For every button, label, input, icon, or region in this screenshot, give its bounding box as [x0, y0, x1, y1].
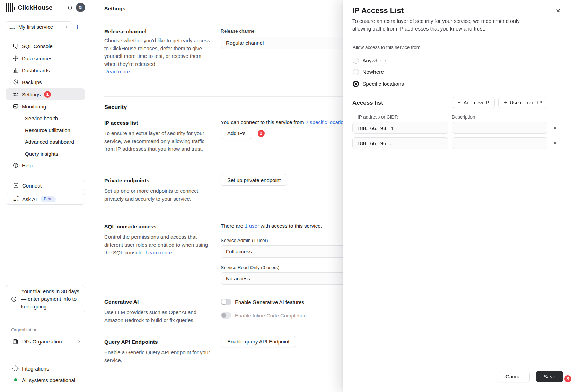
- remove-ip-icon[interactable]: ×: [552, 125, 558, 131]
- sidebar-item-help[interactable]: Help: [6, 159, 85, 171]
- sidebar-item-service-health[interactable]: Service health: [6, 112, 85, 124]
- ip-access-list-heading: IP access list: [104, 120, 138, 126]
- radio-nowhere-icon[interactable]: [353, 69, 359, 75]
- release-channel-select[interactable]: Regular channel: [221, 37, 356, 49]
- clickhouse-logo-icon: [6, 3, 15, 12]
- trial-notice: Your trial ends in 30 days — enter payme…: [6, 285, 85, 313]
- query-api-description: Enable a Generic Query API endpoint for …: [104, 349, 212, 364]
- sidebar-divider: [0, 356, 90, 356]
- sidebar-item-query-insights[interactable]: Query insights: [6, 148, 85, 159]
- remove-ip-icon[interactable]: ×: [552, 140, 558, 146]
- building-icon: [12, 338, 19, 345]
- add-ips-button[interactable]: Add IPs: [221, 128, 252, 139]
- radio-anywhere-label: Anywhere: [362, 58, 386, 64]
- sidebar-item-backups[interactable]: Backups: [6, 76, 85, 88]
- sidebar-item-label: Data sources: [22, 55, 52, 61]
- description-column-header: Description: [452, 114, 475, 120]
- chevron-updown-icon: [63, 25, 68, 29]
- close-icon[interactable]: ×: [556, 7, 560, 14]
- sparkles-icon: ✦ ✦ ✦: [13, 196, 19, 202]
- trial-notice-text: Your trial ends in 30 days — enter payme…: [21, 288, 80, 311]
- ip-access-list-panel: IP Access List × To ensure an extra laye…: [343, 0, 572, 392]
- sql-console-icon: [12, 43, 19, 49]
- sql-console-access-status: There are 1 user with access to this ser…: [221, 223, 322, 229]
- integrations-link[interactable]: Integrations: [6, 363, 85, 374]
- system-status-label: All systems operational: [22, 377, 75, 383]
- one-user-link[interactable]: 1 user: [245, 223, 259, 229]
- sidebar-item-sql-console[interactable]: SQL Console: [6, 40, 85, 52]
- service-readonly-label: Service Read Only (0 users): [221, 265, 280, 270]
- user-avatar[interactable]: DI: [76, 3, 85, 12]
- add-service-button[interactable]: +: [72, 22, 82, 32]
- radio-anywhere[interactable]: Anywhere: [353, 58, 386, 64]
- save-button[interactable]: Save: [536, 371, 563, 382]
- ip-access-status-text: You can connect to this service from: [221, 119, 304, 125]
- learn-more-link[interactable]: Learn more: [146, 250, 172, 255]
- sidebar-item-label: Advanced dashboard: [25, 139, 74, 145]
- release-channel-select-value: Regular channel: [226, 40, 264, 46]
- access-list-buttons: + Add new IP + Use current IP: [452, 97, 547, 108]
- sidebar-item-advanced-dashboard[interactable]: Advanced dashboard: [6, 136, 85, 148]
- specific-locations-link[interactable]: 2 specific locations: [306, 119, 349, 125]
- radio-specific-locations[interactable]: Specific locations: [353, 81, 404, 87]
- release-channel-description-text: Choose whether you’d like to get early a…: [104, 37, 210, 67]
- backups-history-icon: [12, 79, 19, 85]
- add-new-ip-button[interactable]: + Add new IP: [452, 97, 495, 108]
- service-selector-row: aws My first service +: [6, 21, 85, 32]
- generative-ai-toggle-label: Enable Generative AI features: [235, 299, 304, 305]
- security-heading: Security: [104, 104, 127, 111]
- cancel-button[interactable]: Cancel: [498, 371, 530, 382]
- monitoring-icon: [12, 103, 19, 110]
- sidebar-header: ClickHouse DI: [0, 0, 90, 15]
- sidebar-item-data-sources[interactable]: Data sources: [6, 52, 85, 64]
- access-list-heading: Access list: [352, 99, 383, 106]
- system-status-row[interactable]: All systems operational: [6, 374, 85, 386]
- service-readonly-select[interactable]: No access: [221, 272, 356, 285]
- sidebar-item-label: Monitoring: [22, 104, 46, 110]
- chevron-right-icon: ›: [78, 338, 80, 345]
- ip-address-input[interactable]: [352, 137, 448, 149]
- sidebar-item-settings[interactable]: Settings 1: [6, 88, 85, 100]
- radio-anywhere-icon[interactable]: [353, 58, 359, 64]
- status-green-dot-icon: [14, 378, 17, 381]
- organization-row[interactable]: DI's Organization ›: [6, 336, 85, 347]
- ip-address-input[interactable]: [352, 122, 448, 134]
- private-endpoints-description: Set up one or more endpoints to connect …: [104, 187, 212, 203]
- service-admin-label: Service Admin (1 user): [221, 238, 268, 243]
- sidebar-item-label: Service health: [25, 115, 58, 121]
- query-api-heading: Query API Endpoints: [104, 339, 158, 345]
- read-more-link[interactable]: Read more: [104, 69, 130, 75]
- sidebar-item-monitoring[interactable]: Monitoring: [6, 101, 85, 112]
- notifications-bell-icon[interactable]: [67, 5, 73, 11]
- beta-badge: Beta: [41, 196, 56, 202]
- sql-console-access-heading: SQL console access: [104, 224, 157, 230]
- brand-name: ClickHouse: [18, 4, 53, 11]
- service-admin-select[interactable]: Full access: [221, 245, 356, 258]
- private-endpoints-heading: Private endpoints: [104, 177, 149, 184]
- connect-button[interactable]: Connect: [6, 180, 85, 191]
- organization-section-label: Organization: [11, 327, 38, 332]
- setup-private-endpoint-button[interactable]: Set up private endpoint: [221, 174, 287, 186]
- sidebar-item-dashboards[interactable]: Dashboards: [6, 64, 85, 76]
- inline-code-completion-toggle[interactable]: [221, 312, 231, 319]
- save-step-badge: 3: [564, 375, 571, 382]
- plus-icon: +: [457, 99, 460, 106]
- sidebar-item-label: SQL Console: [22, 43, 53, 49]
- generative-ai-toggle[interactable]: [221, 299, 231, 305]
- ask-ai-button[interactable]: ✦ ✦ ✦ Ask AI Beta: [6, 193, 85, 205]
- sidebar-item-label: Settings: [22, 92, 41, 97]
- radio-nowhere[interactable]: Nowhere: [353, 69, 384, 75]
- radio-specific-locations-icon[interactable]: [353, 81, 359, 87]
- release-channel-field-label: Release channel: [221, 28, 256, 34]
- ip-description-input[interactable]: [452, 122, 547, 134]
- use-current-ip-button[interactable]: + Use current IP: [498, 97, 547, 108]
- enable-query-api-button[interactable]: Enable query API Endpoint: [221, 336, 296, 347]
- settings-notification-badge: 1: [44, 91, 51, 98]
- service-selector[interactable]: aws My first service: [6, 21, 72, 32]
- inline-completion-toggle-row: Enable Inline Code Completion: [221, 312, 307, 319]
- sidebar-item-label: Dashboards: [22, 68, 50, 73]
- add-ips-row: Add IPs 2: [221, 128, 265, 139]
- ip-description-input[interactable]: [452, 137, 547, 149]
- ip-row: ×: [352, 137, 558, 149]
- sidebar-item-resource-utilization[interactable]: Resource utilization: [6, 124, 85, 136]
